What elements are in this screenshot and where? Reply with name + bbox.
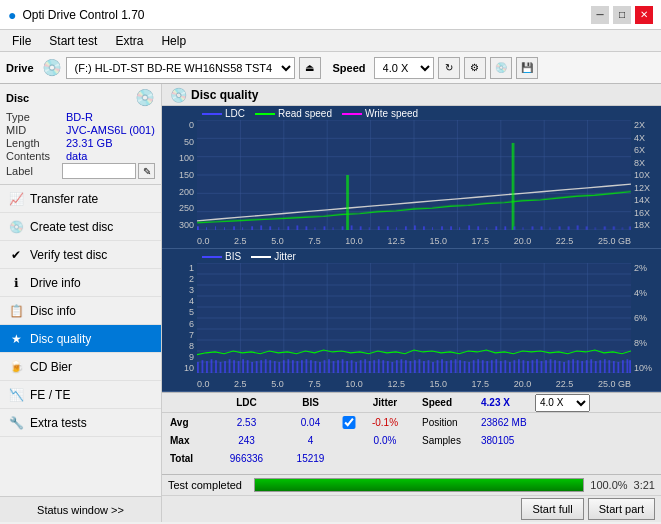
settings-button[interactable]: ⚙ (464, 57, 486, 79)
svg-rect-141 (432, 362, 434, 373)
label-edit-button[interactable]: ✎ (138, 163, 155, 179)
disc-info-icon: 📋 (8, 303, 24, 319)
sidebar-item-drive-info[interactable]: ℹ Drive info (0, 269, 161, 297)
svg-rect-39 (387, 226, 389, 230)
svg-rect-32 (333, 227, 334, 230)
svg-rect-56 (532, 226, 534, 230)
legend-ldc: LDC (202, 108, 245, 119)
svg-rect-93 (215, 360, 217, 373)
app-icon: ● (8, 7, 16, 23)
bottom-bar: Test completed 100.0% 3:21 Start full St… (162, 474, 661, 522)
svg-rect-43 (423, 226, 425, 230)
eject-button[interactable]: ⏏ (299, 57, 321, 79)
svg-rect-114 (310, 360, 312, 373)
max-label: Max (170, 435, 210, 446)
svg-rect-146 (455, 359, 457, 373)
progress-text: 100.0% (590, 479, 627, 491)
svg-rect-184 (626, 359, 628, 373)
verify-test-disc-icon: ✔ (8, 247, 24, 263)
ldc-y-axis-left: 300250200150100500 (162, 120, 197, 230)
sidebar-item-label-drive-info: Drive info (30, 276, 81, 290)
position-label: Position (422, 417, 477, 428)
sidebar-item-label-verify-test-disc: Verify test disc (30, 248, 107, 262)
close-button[interactable]: ✕ (635, 6, 653, 24)
time-text: 3:21 (634, 479, 655, 491)
svg-rect-111 (296, 361, 298, 373)
cd-bier-icon: 🍺 (8, 359, 24, 375)
svg-rect-61 (577, 225, 579, 230)
disc-button[interactable]: 💿 (490, 57, 512, 79)
bis-x-axis: 0.02.55.07.510.012.515.017.520.022.525.0… (197, 379, 631, 389)
svg-rect-65 (613, 226, 615, 230)
sidebar-item-cd-bier[interactable]: 🍺 CD Bier (0, 353, 161, 381)
speed-select[interactable]: 4.0 X (374, 57, 434, 79)
svg-rect-91 (206, 361, 208, 373)
disc-section-title: Disc (6, 92, 29, 104)
start-part-button[interactable]: Start part (588, 498, 655, 520)
sidebar-item-disc-info[interactable]: 📋 Disc info (0, 297, 161, 325)
svg-rect-176 (590, 359, 592, 373)
svg-rect-100 (247, 360, 249, 373)
svg-rect-94 (220, 362, 222, 373)
svg-rect-48 (468, 225, 470, 230)
start-full-button[interactable]: Start full (521, 498, 583, 520)
svg-rect-40 (396, 227, 397, 230)
svg-rect-123 (351, 360, 353, 373)
legend-read-speed-label: Read speed (278, 108, 332, 119)
sidebar-item-create-test-disc[interactable]: 💿 Create test disc (0, 213, 161, 241)
svg-rect-127 (369, 361, 371, 373)
svg-rect-38 (378, 226, 380, 230)
refresh-button[interactable]: ↻ (438, 57, 460, 79)
menu-file[interactable]: File (4, 32, 39, 50)
titlebar: ● Opti Drive Control 1.70 ─ □ ✕ (0, 0, 661, 30)
avg-ldc: 2.53 (214, 417, 279, 428)
stats-speed-val-header: 4.23 X (481, 397, 531, 408)
svg-rect-147 (459, 360, 461, 373)
svg-rect-175 (586, 360, 588, 373)
menu-help[interactable]: Help (153, 32, 194, 50)
svg-rect-166 (545, 360, 547, 373)
drive-icon: 💿 (42, 58, 62, 77)
speed-select-stats[interactable]: 4.0 X (535, 394, 590, 412)
svg-rect-27 (287, 226, 289, 230)
svg-rect-156 (500, 361, 502, 373)
sidebar-item-label-fe-te: FE / TE (30, 388, 70, 402)
mid-label: MID (6, 124, 66, 136)
svg-rect-37 (369, 227, 370, 230)
minimize-button[interactable]: ─ (591, 6, 609, 24)
svg-rect-44 (432, 227, 433, 230)
sidebar-item-extra-tests[interactable]: 🔧 Extra tests (0, 409, 161, 437)
menu-start-test[interactable]: Start test (41, 32, 105, 50)
status-window-button[interactable]: Status window >> (0, 496, 161, 522)
svg-rect-33 (342, 226, 344, 230)
ldc-y-axis-right: 18X16X14X12X10X8X6X4X2X (631, 120, 661, 230)
total-label: Total (170, 453, 210, 464)
bis-chart: BIS Jitter 10987654321 10%8%6%4%2% 0.02.… (162, 249, 661, 392)
sidebar-item-label-disc-info: Disc info (30, 304, 76, 318)
legend-ldc-label: LDC (225, 108, 245, 119)
svg-rect-53 (512, 143, 515, 230)
svg-rect-47 (459, 227, 460, 230)
svg-rect-162 (527, 361, 529, 373)
sidebar-item-transfer-rate[interactable]: 📈 Transfer rate (0, 185, 161, 213)
svg-rect-120 (337, 360, 339, 373)
sidebar-item-fe-te[interactable]: 📉 FE / TE (0, 381, 161, 409)
type-value: BD-R (66, 111, 93, 123)
svg-rect-42 (414, 225, 416, 230)
jitter-checkbox[interactable] (342, 416, 356, 429)
svg-rect-128 (373, 360, 375, 373)
disc-label-label: Label (6, 165, 62, 177)
charts-area: LDC Read speed Write speed 3002502001501… (162, 106, 661, 392)
svg-rect-117 (324, 360, 326, 373)
sidebar-item-disc-quality[interactable]: ★ Disc quality (0, 325, 161, 353)
legend-read-speed: Read speed (255, 108, 332, 119)
svg-rect-121 (342, 359, 344, 373)
sidebar-item-verify-test-disc[interactable]: ✔ Verify test disc (0, 241, 161, 269)
label-input[interactable] (62, 163, 136, 179)
save-button[interactable]: 💾 (516, 57, 538, 79)
svg-rect-119 (333, 361, 335, 373)
maximize-button[interactable]: □ (613, 6, 631, 24)
menu-extra[interactable]: Extra (107, 32, 151, 50)
svg-rect-31 (324, 226, 326, 230)
drive-select[interactable]: (F:) HL-DT-ST BD-RE WH16NS58 TST4 (66, 57, 295, 79)
